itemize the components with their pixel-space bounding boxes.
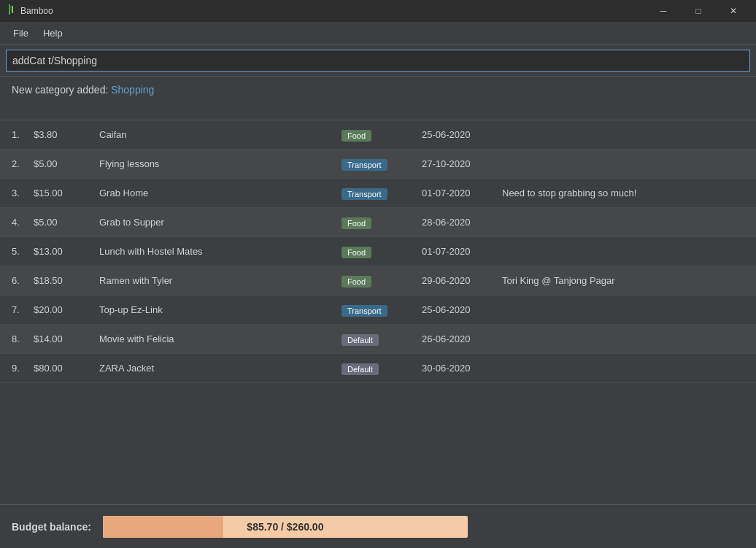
row-amount: $5.00 (34, 158, 99, 169)
row-num: 4. (12, 217, 34, 228)
menu-help[interactable]: Help (36, 25, 70, 42)
category-badge: Default (342, 363, 379, 375)
table-row: 5. $13.00 Lunch with Hostel Mates Food 0… (0, 237, 756, 266)
row-desc: Grab to Supper (99, 217, 342, 228)
row-date: 01-07-2020 (422, 188, 502, 198)
table-row: 6. $18.50 Ramen with Tyler Food 29-06-20… (0, 266, 756, 296)
status-message: New category added: Shopping (12, 84, 744, 96)
row-category: Food (342, 274, 422, 287)
row-desc: Flying lessons (99, 158, 342, 169)
table-row: 4. $5.00 Grab to Supper Food 28-06-2020 (0, 208, 756, 237)
row-category: Transport (342, 187, 422, 200)
row-date: 26-06-2020 (422, 333, 502, 344)
row-category: Transport (342, 304, 422, 317)
minimize-button[interactable]: ─ (647, 0, 680, 22)
category-badge: Food (342, 130, 371, 142)
table-row: 7. $20.00 Top-up Ez-Link Transport 25-06… (0, 296, 756, 325)
row-amount: $3.80 (34, 129, 99, 140)
row-desc: Movie with Felicia (99, 333, 342, 344)
row-num: 1. (12, 129, 34, 140)
row-num: 2. (12, 158, 34, 169)
row-desc: Grab Home (99, 188, 342, 198)
row-num: 6. (12, 275, 34, 286)
budget-bar: $85.70 / $260.00 (103, 516, 468, 538)
status-prefix: New category added: (12, 84, 111, 96)
row-category: Transport (342, 158, 422, 171)
table-row: 2. $5.00 Flying lessons Transport 27-10-… (0, 150, 756, 179)
category-badge: Food (342, 217, 371, 229)
svg-rect-2 (9, 7, 12, 8)
row-amount: $20.00 (34, 304, 99, 315)
budget-text: $85.70 / $260.00 (247, 521, 323, 533)
category-badge: Default (342, 334, 379, 346)
footer: Budget balance: $85.70 / $260.00 (0, 504, 756, 548)
category-badge: Transport (342, 305, 387, 317)
row-date: 25-06-2020 (422, 304, 502, 315)
status-area: New category added: Shopping (0, 77, 756, 120)
budget-label: Budget balance: (12, 521, 91, 533)
row-note: Tori King @ Tanjong Pagar (502, 275, 744, 286)
row-category: Food (342, 216, 422, 229)
close-button[interactable]: ✕ (717, 0, 750, 22)
menu-file[interactable]: File (6, 25, 36, 42)
row-category: Food (342, 245, 422, 258)
row-category: Default (342, 362, 422, 375)
table-row: 1. $3.80 Caifan Food 25-06-2020 (0, 120, 756, 150)
app-icon (6, 4, 16, 18)
command-input[interactable] (6, 50, 750, 72)
row-num: 8. (12, 333, 34, 344)
title-bar: Bamboo ─ □ ✕ (0, 0, 756, 22)
row-amount: $5.00 (34, 217, 99, 228)
menu-bar: File Help (0, 22, 756, 45)
row-date: 25-06-2020 (422, 129, 502, 140)
app-title: Bamboo (20, 6, 53, 16)
row-category: Food (342, 128, 422, 142)
category-badge: Food (342, 247, 371, 258)
row-desc: Caifan (99, 129, 342, 140)
category-badge: Transport (342, 188, 387, 200)
category-badge: Food (342, 276, 371, 287)
budget-bar-fill (103, 516, 223, 538)
row-num: 7. (12, 304, 34, 315)
window-controls: ─ □ ✕ (647, 0, 750, 22)
row-desc: Top-up Ez-Link (99, 304, 342, 315)
row-num: 3. (12, 188, 34, 198)
svg-rect-3 (9, 9, 12, 11)
row-date: 01-07-2020 (422, 246, 502, 257)
maximize-button[interactable]: □ (682, 0, 715, 22)
row-num: 9. (12, 363, 34, 374)
svg-rect-1 (12, 6, 13, 13)
row-desc: Lunch with Hostel Mates (99, 246, 342, 257)
row-desc: Ramen with Tyler (99, 275, 342, 286)
row-amount: $13.00 (34, 246, 99, 257)
row-desc: ZARA Jacket (99, 363, 342, 374)
row-amount: $15.00 (34, 188, 99, 198)
row-note: Need to stop grabbing so much! (502, 188, 744, 198)
table-row: 3. $15.00 Grab Home Transport 01-07-2020… (0, 179, 756, 208)
expense-table: 1. $3.80 Caifan Food 25-06-2020 2. $5.00… (0, 120, 756, 504)
status-value: Shopping (111, 84, 154, 96)
row-date: 28-06-2020 (422, 217, 502, 228)
row-date: 30-06-2020 (422, 363, 502, 374)
table-row: 9. $80.00 ZARA Jacket Default 30-06-2020 (0, 354, 756, 383)
row-category: Default (342, 333, 422, 346)
category-badge: Transport (342, 159, 387, 171)
row-amount: $80.00 (34, 363, 99, 374)
row-date: 27-10-2020 (422, 158, 502, 169)
row-date: 29-06-2020 (422, 275, 502, 286)
title-bar-left: Bamboo (6, 4, 53, 18)
row-amount: $18.50 (34, 275, 99, 286)
row-amount: $14.00 (34, 333, 99, 344)
table-row: 8. $14.00 Movie with Felicia Default 26-… (0, 325, 756, 354)
command-area (0, 45, 756, 77)
row-num: 5. (12, 246, 34, 257)
